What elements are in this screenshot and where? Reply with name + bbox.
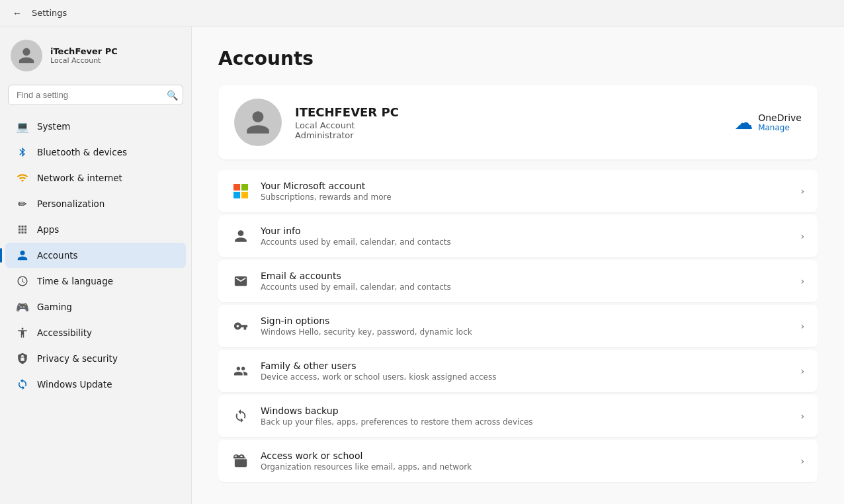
sidebar-nav: 💻 System Bluetooth & devices Network & i… <box>0 113 191 398</box>
sidebar-label-privacy: Privacy & security <box>37 353 118 364</box>
update-icon <box>16 378 29 391</box>
sidebar-item-update[interactable]: Windows Update <box>5 372 186 397</box>
sidebar-profile-info: iTechFever PC Local Account <box>50 46 118 65</box>
profile-details: ITECHFEVER PC Local Account Administrato… <box>295 105 721 140</box>
sidebar-profile[interactable]: iTechFever PC Local Account <box>0 32 191 82</box>
menu-desc-family: Device access, work or school users, kio… <box>261 372 790 382</box>
time-icon <box>16 274 29 288</box>
profile-avatar-large <box>234 99 282 146</box>
sidebar-item-gaming[interactable]: 🎮 Gaming <box>5 294 186 319</box>
sidebar-item-network[interactable]: Network & internet <box>5 165 186 190</box>
titlebar: ← Settings <box>0 0 844 26</box>
privacy-icon <box>16 352 29 365</box>
content-area: Accounts ITECHFEVER PC Local Account Adm… <box>192 26 844 504</box>
sidebar-label-bluetooth: Bluetooth & devices <box>37 147 127 157</box>
search-input[interactable] <box>8 85 183 105</box>
onedrive-section[interactable]: ☁ OneDrive Manage <box>734 112 802 134</box>
sidebar-label-network: Network & internet <box>37 173 122 183</box>
menu-text-microsoft-account: Your Microsoft account Subscriptions, re… <box>261 181 790 202</box>
chevron-icon-5: › <box>800 411 804 421</box>
sidebar-item-accessibility[interactable]: Accessibility <box>5 320 186 345</box>
accessibility-icon <box>16 326 29 339</box>
email-accounts-icon <box>232 272 250 290</box>
accounts-icon <box>16 249 29 262</box>
menu-text-email-accounts: Email & accounts Accounts used by email,… <box>261 271 790 292</box>
sidebar-item-accounts[interactable]: Accounts <box>5 243 186 268</box>
sidebar-label-personalization: Personalization <box>37 198 105 209</box>
apps-icon <box>16 223 29 236</box>
menu-desc-microsoft-account: Subscriptions, rewards and more <box>261 192 790 202</box>
menu-desc-your-info: Accounts used by email, calendar, and co… <box>261 237 790 247</box>
menu-item-backup[interactable]: Windows backup Back up your files, apps,… <box>218 395 818 437</box>
search-button[interactable]: 🔍 <box>167 90 178 101</box>
menu-desc-sign-in: Windows Hello, security key, password, d… <box>261 327 790 337</box>
menu-title-email-accounts: Email & accounts <box>261 271 790 281</box>
menu-desc-backup: Back up your files, apps, preferences to… <box>261 417 790 427</box>
microsoft-account-icon <box>232 182 250 200</box>
chevron-icon-3: › <box>800 321 804 331</box>
profile-type: Local Account <box>295 120 721 130</box>
menu-title-backup: Windows backup <box>261 405 790 416</box>
sidebar-label-update: Windows Update <box>37 379 112 390</box>
menu-item-microsoft-account[interactable]: Your Microsoft account Subscriptions, re… <box>218 170 818 212</box>
menu-text-sign-in: Sign-in options Windows Hello, security … <box>261 315 790 337</box>
avatar <box>11 40 42 71</box>
sidebar-item-privacy[interactable]: Privacy & security <box>5 346 186 371</box>
sidebar-item-time[interactable]: Time & language <box>5 269 186 294</box>
sidebar-item-bluetooth[interactable]: Bluetooth & devices <box>5 140 186 165</box>
back-button[interactable]: ← <box>8 4 26 22</box>
search-box[interactable]: 🔍 <box>8 85 183 105</box>
family-icon <box>232 362 250 380</box>
page-title: Accounts <box>218 48 818 69</box>
chevron-icon-6: › <box>800 456 804 466</box>
menu-item-email-accounts[interactable]: Email & accounts Accounts used by email,… <box>218 260 818 302</box>
menu-item-family[interactable]: Family & other users Device access, work… <box>218 350 818 392</box>
sidebar-label-accessibility: Accessibility <box>37 327 92 338</box>
work-school-icon <box>232 452 250 470</box>
chevron-icon-0: › <box>800 186 804 196</box>
profile-name: ITECHFEVER PC <box>295 105 721 119</box>
menu-title-sign-in: Sign-in options <box>261 315 790 326</box>
sidebar-item-system[interactable]: 💻 System <box>5 114 186 139</box>
backup-icon <box>232 407 250 425</box>
menu-desc-work-school: Organization resources like email, apps,… <box>261 462 790 472</box>
sidebar-profile-name: iTechFever PC <box>50 46 118 56</box>
menu-title-family: Family & other users <box>261 360 790 371</box>
chevron-icon-4: › <box>800 366 804 376</box>
menu-item-work-school[interactable]: Access work or school Organization resou… <box>218 440 818 482</box>
personalization-icon: ✏️ <box>16 197 29 210</box>
profile-role: Administrator <box>295 130 721 140</box>
menu-list: Your Microsoft account Subscriptions, re… <box>218 170 818 482</box>
gaming-icon: 🎮 <box>16 300 29 314</box>
main-layout: iTechFever PC Local Account 🔍 💻 System B… <box>0 26 844 504</box>
onedrive-icon: ☁ <box>734 112 753 134</box>
menu-text-backup: Windows backup Back up your files, apps,… <box>261 405 790 427</box>
menu-title-microsoft-account: Your Microsoft account <box>261 181 790 191</box>
sidebar-label-time: Time & language <box>37 276 113 286</box>
menu-text-work-school: Access work or school Organization resou… <box>261 450 790 472</box>
sidebar-item-apps[interactable]: Apps <box>5 217 186 242</box>
sidebar-label-system: System <box>37 121 70 132</box>
menu-item-your-info[interactable]: Your info Accounts used by email, calend… <box>218 215 818 257</box>
chevron-icon-2: › <box>800 276 804 286</box>
menu-text-family: Family & other users Device access, work… <box>261 360 790 382</box>
menu-item-sign-in[interactable]: Sign-in options Windows Hello, security … <box>218 305 818 347</box>
chevron-icon-1: › <box>800 231 804 241</box>
app-title: Settings <box>32 8 67 18</box>
sidebar-label-gaming: Gaming <box>37 302 72 312</box>
network-icon <box>16 171 29 185</box>
bluetooth-icon <box>16 146 29 159</box>
sidebar-item-personalization[interactable]: ✏️ Personalization <box>5 191 186 216</box>
menu-title-work-school: Access work or school <box>261 450 790 461</box>
sign-in-icon <box>232 317 250 335</box>
sidebar-label-accounts: Accounts <box>37 250 78 261</box>
profile-card: ITECHFEVER PC Local Account Administrato… <box>218 85 818 159</box>
menu-title-your-info: Your info <box>261 226 790 236</box>
onedrive-manage[interactable]: Manage <box>758 123 802 132</box>
onedrive-info: OneDrive Manage <box>758 112 802 132</box>
sidebar-label-apps: Apps <box>37 224 59 235</box>
onedrive-name: OneDrive <box>758 112 802 123</box>
sidebar-profile-sub: Local Account <box>50 56 118 65</box>
your-info-icon <box>232 227 250 245</box>
menu-text-your-info: Your info Accounts used by email, calend… <box>261 226 790 247</box>
